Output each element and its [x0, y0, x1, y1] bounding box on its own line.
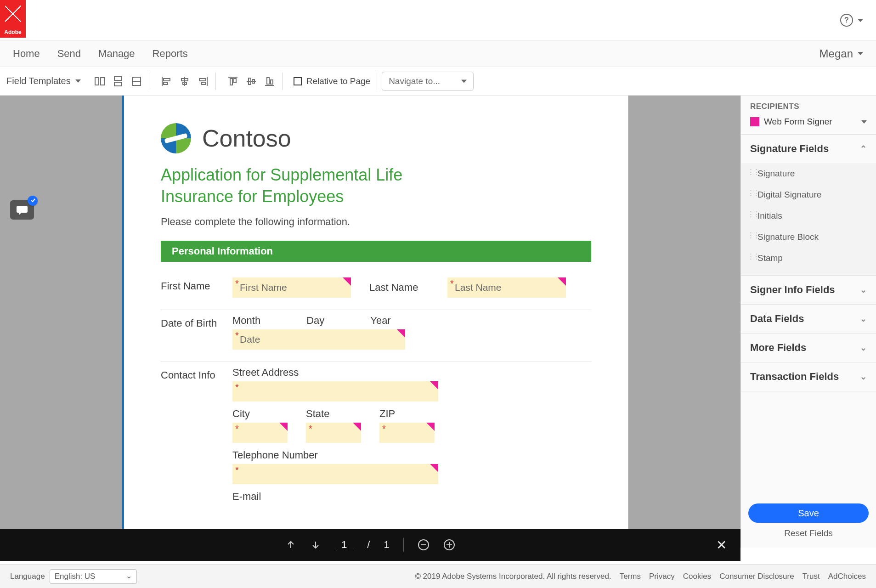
zoom-out-icon[interactable]: [418, 539, 430, 551]
field-first-name[interactable]: * First Name: [232, 277, 351, 298]
field-corner-icon: [430, 381, 438, 390]
label-dob: Date of Birth: [161, 315, 232, 329]
field-street[interactable]: *: [232, 381, 438, 401]
align-size-height-icon[interactable]: [112, 75, 124, 87]
recipient-color-swatch-icon: [750, 117, 759, 126]
zoom-in-icon[interactable]: [443, 539, 455, 551]
field-last-name[interactable]: * Last Name: [447, 277, 566, 298]
footer-cookies[interactable]: Cookies: [683, 572, 711, 581]
align-center-horiz-icon[interactable]: [179, 75, 191, 87]
navigate-to-dropdown[interactable]: Navigate to...: [382, 72, 474, 91]
svg-rect-0: [95, 78, 99, 85]
contoso-logo-icon: [161, 123, 191, 153]
field-corner-icon: [558, 277, 566, 286]
page-down-icon[interactable]: [310, 539, 321, 550]
page-up-icon[interactable]: [285, 539, 296, 550]
field-signature-block[interactable]: Signature Block: [741, 226, 876, 248]
help-icon[interactable]: ?: [840, 14, 853, 27]
adobe-logo[interactable]: Adobe: [0, 0, 26, 38]
footer-trust[interactable]: Trust: [803, 572, 820, 581]
svg-rect-1: [101, 78, 104, 85]
field-templates-label: Field Templates: [6, 76, 71, 86]
field-stamp[interactable]: Stamp: [741, 248, 876, 269]
nav-send[interactable]: Send: [57, 48, 81, 60]
field-templates-dropdown[interactable]: Field Templates: [6, 76, 83, 86]
footer-privacy[interactable]: Privacy: [649, 572, 675, 581]
close-bottom-bar-icon[interactable]: ✕: [716, 537, 727, 553]
language-select[interactable]: English: US: [50, 569, 137, 584]
total-pages: 1: [384, 539, 389, 551]
section-transaction-fields[interactable]: Transaction Fields: [741, 362, 876, 391]
field-corner-icon: [343, 277, 351, 286]
field-state[interactable]: *: [306, 423, 361, 443]
section-label: Signer Info Fields: [750, 284, 835, 296]
copyright: © 2019 Adobe Systems Incorporated. All r…: [415, 572, 611, 581]
adobe-logo-text: Adobe: [4, 29, 21, 35]
label-telephone: Telephone Number: [232, 449, 591, 461]
svg-rect-22: [267, 78, 269, 84]
align-top-icon[interactable]: [227, 75, 239, 87]
align-bottom-icon[interactable]: [264, 75, 276, 87]
section-data-fields[interactable]: Data Fields: [741, 305, 876, 333]
field-telephone[interactable]: *: [232, 464, 438, 484]
footer-terms[interactable]: Terms: [620, 572, 641, 581]
chevron-up-icon: [860, 144, 867, 154]
field-corner-icon: [279, 423, 288, 431]
align-size-both-icon[interactable]: [130, 75, 142, 87]
label-year: Year: [370, 315, 390, 327]
field-initials[interactable]: Initials: [741, 205, 876, 226]
label-street: Street Address: [232, 367, 591, 379]
nav-manage[interactable]: Manage: [98, 48, 135, 60]
label-day: Day: [306, 315, 324, 327]
user-caret-icon: [858, 52, 863, 55]
required-asterisk-icon: *: [235, 424, 239, 434]
save-button[interactable]: Save: [748, 503, 869, 523]
recipient-dropdown[interactable]: Web Form Signer: [741, 114, 876, 135]
label-zip: ZIP: [379, 408, 435, 420]
label-contact-info: Contact Info: [161, 367, 232, 381]
section-signature-fields[interactable]: Signature Fields: [741, 135, 876, 163]
user-name: Megan: [819, 47, 853, 60]
nav-reports[interactable]: Reports: [153, 48, 188, 60]
comment-tool-badge[interactable]: [10, 200, 34, 220]
nav-home[interactable]: Home: [13, 48, 40, 60]
section-header-personal: Personal Information: [161, 241, 591, 262]
label-first-name: First Name: [161, 277, 232, 292]
reset-fields-link[interactable]: Reset Fields: [784, 528, 833, 538]
align-right-icon[interactable]: [197, 75, 209, 87]
document-canvas[interactable]: Contoso Application for Supplemental Lif…: [0, 96, 740, 548]
svg-rect-3: [114, 82, 122, 86]
label-last-name: Last Name: [369, 282, 429, 294]
help-dropdown-caret-icon[interactable]: [858, 19, 863, 22]
field-city[interactable]: *: [232, 423, 288, 443]
chevron-down-icon: [860, 285, 867, 295]
required-asterisk-icon: *: [235, 465, 239, 475]
chevron-down-icon: [860, 314, 867, 324]
align-size-width-icon[interactable]: [94, 75, 106, 87]
svg-rect-7: [164, 79, 170, 81]
field-date[interactable]: * Date: [232, 329, 405, 350]
section-more-fields[interactable]: More Fields: [741, 334, 876, 362]
svg-rect-2: [114, 77, 122, 80]
align-left-icon[interactable]: [160, 75, 172, 87]
align-center-vert-icon[interactable]: [245, 75, 257, 87]
page-number-input[interactable]: [335, 539, 353, 551]
required-asterisk-icon: *: [382, 424, 386, 434]
navigate-to-label: Navigate to...: [389, 76, 440, 86]
field-placeholder: First Name: [240, 282, 287, 293]
required-asterisk-icon: *: [235, 278, 239, 289]
required-asterisk-icon: *: [235, 382, 239, 393]
section-signer-info-fields[interactable]: Signer Info Fields: [741, 276, 876, 304]
svg-rect-17: [234, 79, 236, 83]
field-digital-signature[interactable]: Digital Signature: [741, 184, 876, 205]
relative-to-page-toggle[interactable]: Relative to Page: [294, 76, 370, 86]
label-month: Month: [232, 315, 260, 327]
field-corner-icon: [397, 329, 405, 338]
footer-adchoices[interactable]: AdChoices: [828, 572, 866, 581]
footer-consumer-disclosure[interactable]: Consumer Disclosure: [719, 572, 794, 581]
user-menu[interactable]: Megan: [819, 47, 863, 60]
field-zip[interactable]: *: [379, 423, 435, 443]
svg-rect-16: [230, 79, 232, 85]
section-label: More Fields: [750, 342, 806, 354]
field-signature[interactable]: Signature: [741, 163, 876, 184]
